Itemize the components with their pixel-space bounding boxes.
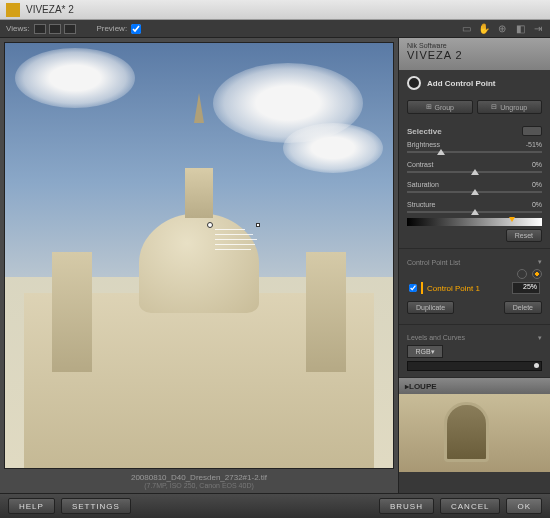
footer: HELP SETTINGS BRUSH CANCEL OK: [0, 493, 550, 518]
duplicate-button[interactable]: Duplicate: [407, 301, 454, 314]
sliders-container: Brightness-51%Contrast0%Saturation0%Stru…: [407, 138, 542, 213]
slider-value: 0%: [532, 161, 542, 168]
product-label: VIVEZA 2: [407, 49, 542, 61]
control-point-item[interactable]: Control Point 1 25%: [407, 279, 542, 297]
filename-label: 20080810_D40_Dresden_2732#1-2.tif: [4, 469, 394, 482]
cp-visible-checkbox[interactable]: [409, 284, 417, 292]
slider-track[interactable]: [407, 171, 542, 173]
control-point-icon: [407, 76, 421, 90]
rgb-selector[interactable]: RGB ▾: [407, 345, 443, 358]
settings-button[interactable]: SETTINGS: [61, 498, 131, 514]
slider-track[interactable]: [407, 191, 542, 193]
slider-label: Structure: [407, 201, 435, 208]
control-point-marker[interactable]: [207, 222, 213, 228]
toolbar: Views: Preview: ▭ ✋ ⊕ ◧ ⇥: [0, 20, 550, 38]
cpl-expand-icon[interactable]: ▾: [538, 258, 542, 266]
zoom-in-icon[interactable]: ⊕: [496, 23, 508, 35]
slider-value: 0%: [532, 181, 542, 188]
selective-toggle[interactable]: [522, 126, 542, 136]
ungroup-button[interactable]: ⊟Ungroup: [477, 100, 543, 114]
cpl-target-icon[interactable]: [532, 269, 542, 279]
loupe-header[interactable]: ▸ LOUPE: [399, 378, 550, 394]
group-button[interactable]: ⊞Group: [407, 100, 473, 114]
preview-area: 20080810_D40_Dresden_2732#1-2.tif (7.7MP…: [0, 38, 398, 493]
title-bar: VIVEZA* 2: [0, 0, 550, 20]
brush-button[interactable]: BRUSH: [379, 498, 434, 514]
view-split-icon[interactable]: [49, 24, 61, 34]
zoom-select-icon[interactable]: ▭: [460, 23, 472, 35]
control-panel: Nik Software VIVEZA 2 Add Control Point …: [398, 38, 550, 493]
curve-strip[interactable]: [407, 361, 542, 371]
slider-label: Brightness: [407, 141, 440, 148]
app-logo-icon: [6, 3, 20, 17]
view-side-icon[interactable]: [64, 24, 76, 34]
selective-label: Selective: [407, 127, 442, 136]
delete-button[interactable]: Delete: [504, 301, 542, 314]
panel-toggle-icon[interactable]: ⇥: [532, 23, 544, 35]
maker-label: Nik Software: [407, 42, 542, 49]
tone-gradient[interactable]: [407, 218, 542, 226]
loupe-preview: [399, 394, 550, 472]
cp-percent[interactable]: 25%: [512, 282, 540, 294]
cp-name: Control Point 1: [427, 284, 508, 293]
add-control-point-button[interactable]: Add Control Point: [399, 70, 550, 96]
ok-button[interactable]: OK: [506, 498, 542, 514]
preview-image[interactable]: [4, 42, 394, 469]
preview-label: Preview:: [96, 24, 127, 33]
views-label: Views:: [6, 24, 29, 33]
app-title: VIVEZA* 2: [26, 4, 74, 15]
pan-icon[interactable]: ✋: [478, 23, 490, 35]
help-button[interactable]: HELP: [8, 498, 55, 514]
slider-track[interactable]: [407, 211, 542, 213]
slider-track[interactable]: [407, 151, 542, 153]
cpl-label: Control Point List: [407, 259, 460, 266]
reset-button[interactable]: Reset: [506, 229, 542, 242]
slider-label: Contrast: [407, 161, 433, 168]
file-meta: (7.7MP, ISO 250, Canon EOS 40D): [4, 482, 394, 489]
slider-value: -51%: [526, 141, 542, 148]
preview-checkbox[interactable]: [131, 24, 141, 34]
cancel-button[interactable]: CANCEL: [440, 498, 500, 514]
add-cp-label: Add Control Point: [427, 79, 495, 88]
cpl-circle-icon[interactable]: [517, 269, 527, 279]
slider-value: 0%: [532, 201, 542, 208]
panel-header: Nik Software VIVEZA 2: [399, 38, 550, 70]
slider-label: Saturation: [407, 181, 439, 188]
levels-curves-label: Levels and Curves: [407, 334, 465, 342]
lc-expand-icon[interactable]: ▾: [538, 334, 542, 342]
bg-icon[interactable]: ◧: [514, 23, 526, 35]
view-single-icon[interactable]: [34, 24, 46, 34]
